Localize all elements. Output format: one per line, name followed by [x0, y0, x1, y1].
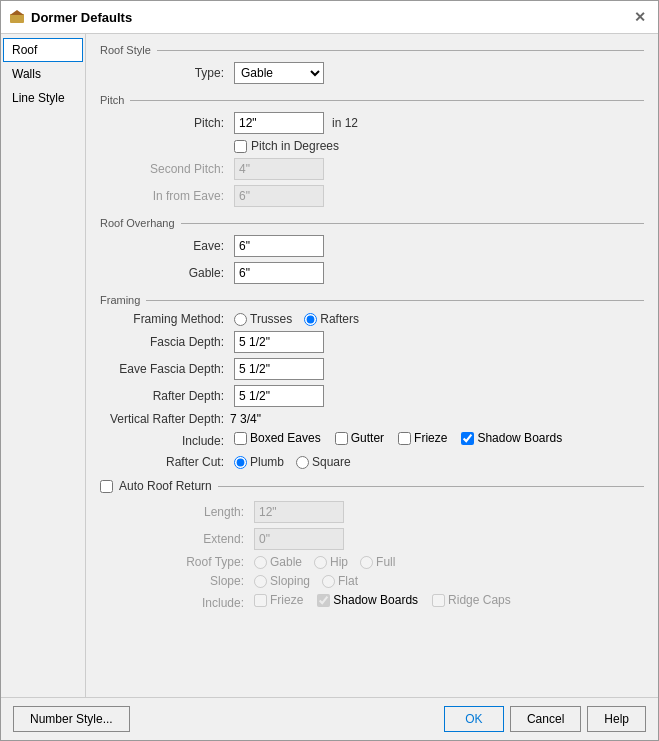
pitch-input[interactable] [234, 112, 324, 134]
rafter-cut-row: Rafter Cut: Plumb Square [100, 455, 644, 469]
length-label: Length: [120, 505, 250, 519]
sloping-radio [254, 575, 267, 588]
slope-group: Sloping Flat [254, 574, 358, 588]
auto-roof-section: Auto Roof Return Length: Extend: Roof Ty… [100, 479, 644, 612]
flat-option: Flat [322, 574, 358, 588]
auto-include-label: Include: [120, 596, 250, 610]
eave-fascia-depth-input[interactable] [234, 358, 324, 380]
dialog-title: Dormer Defaults [31, 10, 132, 25]
roof-gable-radio [254, 556, 267, 569]
pitch-suffix: in 12 [332, 116, 358, 130]
fascia-depth-input[interactable] [234, 331, 324, 353]
number-style-button[interactable]: Number Style... [13, 706, 130, 732]
ridge-caps-checkbox [432, 594, 445, 607]
auto-frieze-option: Frieze [254, 593, 303, 607]
pitch-section-label: Pitch [100, 94, 644, 106]
length-row: Length: [120, 501, 644, 523]
second-pitch-row: Second Pitch: [100, 158, 644, 180]
auto-roof-checkbox[interactable] [100, 480, 113, 493]
sidebar-item-line-style[interactable]: Line Style [3, 86, 83, 110]
pitch-degrees-row: Pitch in Degrees [100, 139, 644, 153]
rafter-cut-label: Rafter Cut: [100, 455, 230, 469]
auto-frieze-checkbox [254, 594, 267, 607]
roof-overhang-label: Roof Overhang [100, 217, 644, 229]
framing-method-row: Framing Method: Trusses Rafters [100, 312, 644, 326]
rafter-depth-input[interactable] [234, 385, 324, 407]
auto-shadow-boards-checkbox [317, 594, 330, 607]
ok-button[interactable]: OK [444, 706, 504, 732]
roof-style-section: Roof Style Type: Gable Hip Shed [100, 44, 644, 84]
flat-radio [322, 575, 335, 588]
in-from-eave-label: In from Eave: [100, 189, 230, 203]
eave-fascia-depth-row: Eave Fascia Depth: [100, 358, 644, 380]
slope-label: Slope: [120, 574, 250, 588]
framing-section: Framing Framing Method: Trusses Rafters [100, 294, 644, 469]
shadow-boards-option[interactable]: Shadow Boards [461, 431, 562, 445]
fascia-depth-label: Fascia Depth: [100, 335, 230, 349]
close-button[interactable]: ✕ [630, 7, 650, 27]
vertical-rafter-label: Vertical Rafter Depth: [100, 412, 230, 426]
type-label: Type: [100, 66, 230, 80]
frieze-checkbox[interactable] [398, 432, 411, 445]
vertical-rafter-row: Vertical Rafter Depth: 7 3/4" [100, 412, 644, 426]
sloping-option: Sloping [254, 574, 310, 588]
rafters-option[interactable]: Rafters [304, 312, 359, 326]
svg-marker-1 [10, 10, 24, 15]
roof-style-label: Roof Style [100, 44, 644, 56]
ridge-caps-option: Ridge Caps [432, 593, 511, 607]
second-pitch-input [234, 158, 324, 180]
include-row: Include: Boxed Eaves Gutter Frieze [100, 431, 644, 450]
rafter-depth-row: Rafter Depth: [100, 385, 644, 407]
boxed-eaves-checkbox[interactable] [234, 432, 247, 445]
roof-hip-option: Hip [314, 555, 348, 569]
sidebar-item-roof[interactable]: Roof [3, 38, 83, 62]
cancel-button[interactable]: Cancel [510, 706, 581, 732]
vertical-rafter-value: 7 3/4" [230, 412, 261, 426]
auto-roof-label: Auto Roof Return [119, 479, 212, 493]
type-dropdown[interactable]: Gable Hip Shed [234, 62, 324, 84]
fascia-depth-row: Fascia Depth: [100, 331, 644, 353]
include-label: Include: [100, 434, 230, 448]
rafters-radio[interactable] [304, 313, 317, 326]
trusses-radio[interactable] [234, 313, 247, 326]
length-input [254, 501, 344, 523]
gutter-option[interactable]: Gutter [335, 431, 384, 445]
pitch-degrees-label: Pitch in Degrees [251, 139, 339, 153]
sidebar: Roof Walls Line Style [1, 34, 86, 697]
dialog: Dormer Defaults ✕ Roof Walls Line Style … [0, 0, 659, 741]
roof-full-radio [360, 556, 373, 569]
title-icon [9, 9, 25, 25]
plumb-option[interactable]: Plumb [234, 455, 284, 469]
plumb-radio[interactable] [234, 456, 247, 469]
eave-row: Eave: [100, 235, 644, 257]
rafter-cut-group: Plumb Square [234, 455, 351, 469]
svg-rect-0 [10, 14, 24, 23]
in-from-eave-row: In from Eave: [100, 185, 644, 207]
type-row: Type: Gable Hip Shed [100, 62, 644, 84]
pitch-degrees-checkbox[interactable] [234, 140, 247, 153]
auto-shadow-boards-option: Shadow Boards [317, 593, 418, 607]
auto-roof-line [218, 486, 644, 487]
sidebar-item-walls[interactable]: Walls [3, 62, 83, 86]
framing-method-group: Trusses Rafters [234, 312, 359, 326]
square-option[interactable]: Square [296, 455, 351, 469]
eave-input[interactable] [234, 235, 324, 257]
trusses-option[interactable]: Trusses [234, 312, 292, 326]
shadow-boards-checkbox[interactable] [461, 432, 474, 445]
roof-type-label: Roof Type: [120, 555, 250, 569]
content-area: Roof Style Type: Gable Hip Shed Pitch [86, 34, 658, 697]
roof-gable-option: Gable [254, 555, 302, 569]
title-bar: Dormer Defaults ✕ [1, 1, 658, 34]
boxed-eaves-option[interactable]: Boxed Eaves [234, 431, 321, 445]
gable-input[interactable] [234, 262, 324, 284]
auto-roof-fields: Length: Extend: Roof Type: Gable [100, 501, 644, 612]
pitch-label: Pitch: [100, 116, 230, 130]
framing-method-label: Framing Method: [100, 312, 230, 326]
square-radio[interactable] [296, 456, 309, 469]
help-button[interactable]: Help [587, 706, 646, 732]
title-bar-left: Dormer Defaults [9, 9, 132, 25]
gutter-checkbox[interactable] [335, 432, 348, 445]
in-from-eave-input [234, 185, 324, 207]
pitch-row: Pitch: in 12 [100, 112, 644, 134]
frieze-option[interactable]: Frieze [398, 431, 447, 445]
